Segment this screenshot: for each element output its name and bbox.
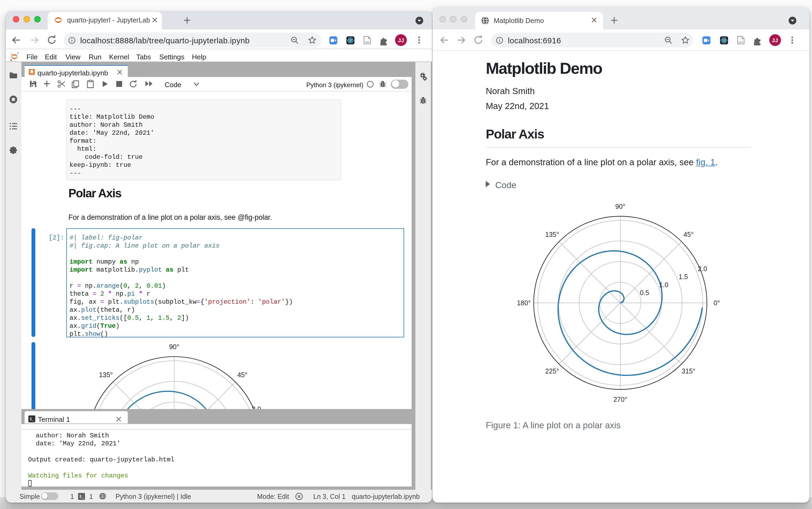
svg-text:0°: 0° (714, 299, 720, 307)
svg-text:45°: 45° (683, 231, 694, 238)
svg-text:315°: 315° (681, 367, 696, 375)
svg-text:135°: 135° (545, 231, 559, 238)
svg-text:0.5: 0.5 (640, 289, 649, 297)
svg-text:1.0: 1.0 (659, 281, 668, 289)
svg-text:90°: 90° (615, 203, 626, 210)
svg-text:225°: 225° (545, 367, 559, 375)
svg-text:1.5: 1.5 (679, 273, 688, 280)
svg-text:270°: 270° (613, 396, 627, 403)
svg-text:2.0: 2.0 (698, 265, 707, 272)
svg-text:2.0: 2.0 (252, 405, 261, 409)
svg-text:180°: 180° (517, 299, 531, 307)
svg-text:90°: 90° (169, 343, 179, 350)
svg-text:45°: 45° (237, 371, 247, 378)
svg-text:135°: 135° (99, 371, 113, 378)
